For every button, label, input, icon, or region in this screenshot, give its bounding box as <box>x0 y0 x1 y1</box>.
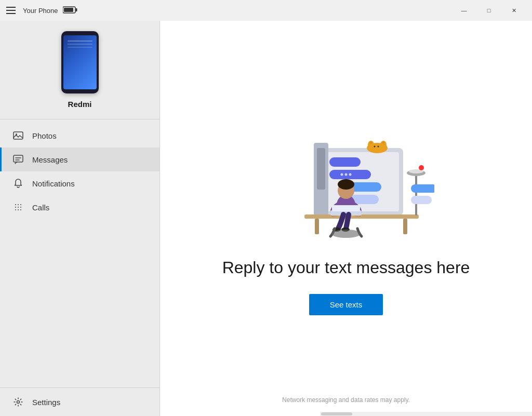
sidebar-item-photos[interactable]: Photos <box>0 124 159 147</box>
svg-point-24 <box>349 173 351 176</box>
svg-rect-53 <box>411 184 434 193</box>
svg-rect-20 <box>329 157 361 167</box>
messages-icon <box>12 154 24 165</box>
svg-rect-3 <box>14 132 23 139</box>
messages-illustration <box>258 122 434 241</box>
close-button[interactable]: ✕ <box>502 3 526 18</box>
svg-point-11 <box>15 207 16 208</box>
svg-rect-38 <box>403 219 407 234</box>
sidebar: Redmi Photos <box>0 21 160 416</box>
title-bar-left: Your Phone <box>4 5 77 16</box>
svg-point-8 <box>15 204 16 205</box>
svg-rect-54 <box>411 196 432 204</box>
svg-point-13 <box>20 207 21 208</box>
maximize-button[interactable]: □ <box>477 3 501 18</box>
svg-point-15 <box>18 209 19 210</box>
main-heading: Reply to your text messages here <box>222 258 470 277</box>
scrollbar-thumb[interactable] <box>321 412 352 415</box>
settings-label: Settings <box>32 398 60 407</box>
svg-point-34 <box>374 145 375 147</box>
title-bar: Your Phone — □ ✕ <box>0 0 532 21</box>
svg-rect-36 <box>304 214 419 219</box>
calls-icon <box>12 202 24 213</box>
settings-icon <box>12 396 24 408</box>
svg-point-22 <box>340 173 343 176</box>
svg-point-52 <box>419 165 424 170</box>
sidebar-item-notifications[interactable]: Notifications <box>0 171 159 195</box>
photos-icon <box>12 130 24 141</box>
notifications-icon <box>12 178 24 189</box>
svg-rect-5 <box>14 155 23 162</box>
phone-illustration <box>61 31 99 93</box>
svg-point-14 <box>15 209 16 210</box>
sidebar-item-messages[interactable]: Messages <box>0 147 159 171</box>
messages-label: Messages <box>32 155 68 164</box>
hamburger-menu-icon[interactable] <box>4 5 18 16</box>
svg-point-59 <box>331 230 361 238</box>
svg-point-12 <box>18 207 19 208</box>
svg-rect-2 <box>64 8 73 12</box>
scrollbar-area[interactable] <box>320 412 532 416</box>
content-area: Reply to your text messages here See tex… <box>160 21 532 416</box>
window-controls: — □ ✕ <box>452 3 526 18</box>
svg-point-41 <box>338 179 354 190</box>
device-name: Redmi <box>68 100 92 109</box>
svg-rect-37 <box>315 219 319 234</box>
svg-point-23 <box>344 173 347 176</box>
svg-point-16 <box>20 209 21 210</box>
svg-point-10 <box>20 204 21 205</box>
sidebar-item-calls[interactable]: Calls <box>0 195 159 219</box>
minimize-button[interactable]: — <box>452 3 476 18</box>
svg-rect-1 <box>76 8 77 11</box>
svg-rect-45 <box>332 205 360 211</box>
battery-icon <box>63 5 77 16</box>
main-layout: Redmi Photos <box>0 21 532 416</box>
svg-rect-28 <box>317 148 325 190</box>
svg-point-9 <box>18 204 19 205</box>
footer-note: Network messaging and data rates may app… <box>282 396 410 404</box>
calls-label: Calls <box>32 203 49 212</box>
phone-info: Redmi <box>0 21 159 119</box>
see-texts-button[interactable]: See texts <box>309 294 383 315</box>
svg-point-35 <box>377 145 379 147</box>
nav-items: Photos Messages <box>0 119 159 387</box>
content-inner: Reply to your text messages here See tex… <box>222 122 470 315</box>
notifications-label: Notifications <box>32 179 75 188</box>
sidebar-bottom: Settings <box>0 387 159 416</box>
app-title: Your Phone <box>23 7 58 15</box>
sidebar-item-settings[interactable]: Settings <box>0 390 159 414</box>
photos-label: Photos <box>32 131 57 140</box>
svg-point-17 <box>17 401 20 404</box>
